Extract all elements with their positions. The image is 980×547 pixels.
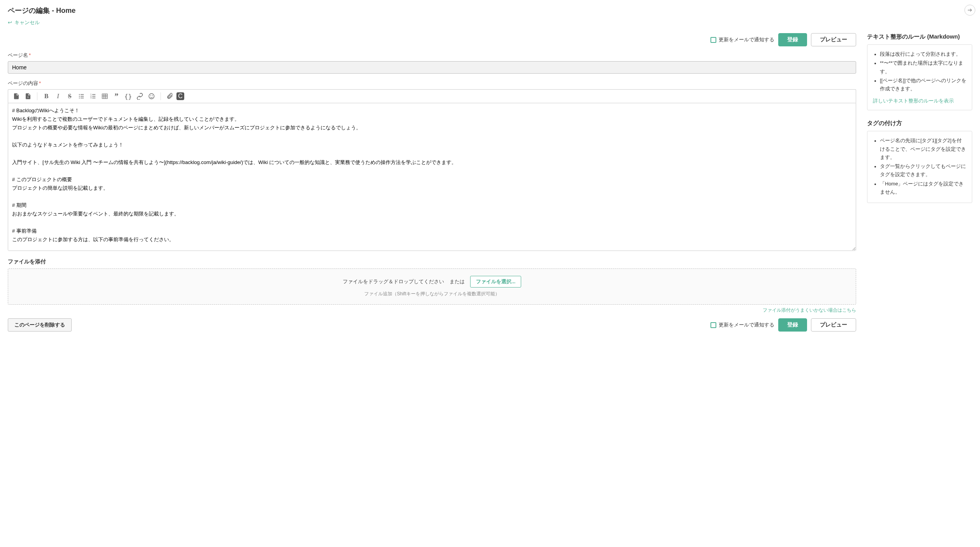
editor-toolbar: + B I S 123 ” {} [8,89,856,103]
svg-rect-13 [102,94,108,99]
page-name-input[interactable] [8,61,856,74]
delete-page-button[interactable]: このページを削除する [8,318,72,332]
rule-item: [[ページ名]]で他のページへのリンクを作成できます。 [880,77,966,94]
submit-button-top[interactable]: 登録 [778,33,807,46]
page-content-label: ページの内容* [8,80,856,87]
svg-point-18 [149,94,154,99]
preview-button-top[interactable]: プレビュー [811,33,856,46]
dropzone-or: または [449,278,465,285]
dropzone-drag-text: ファイルをドラッグ＆ドロップしてください [343,278,444,285]
rules-box: 段落は改行によって分割されます。 **〜**で囲まれた場所は太字になります。 [… [867,44,972,110]
svg-point-20 [152,95,153,96]
italic-icon[interactable]: I [53,91,63,101]
svg-rect-6 [81,98,84,99]
attach-title: ファイルを添付 [8,258,856,265]
top-action-bar: 更新をメールで通知する 登録 プレビュー [8,33,856,46]
rule-item: 段落は改行によって分割されます。 [880,50,966,58]
rules-title: テキスト整形のルール (Markdown) [867,33,972,41]
svg-point-19 [150,95,151,96]
svg-rect-10 [92,94,95,95]
svg-text:3: 3 [90,97,92,99]
number-list-icon[interactable]: 123 [88,91,98,101]
cacoo-icon[interactable]: C [176,92,184,100]
link-icon[interactable] [135,91,145,101]
svg-point-1 [79,94,80,95]
svg-rect-4 [81,94,84,95]
strike-icon[interactable]: S [65,91,75,101]
dropzone-hint: ファイル追加（Shiftキーを押しながらファイルを複数選択可能） [15,291,849,297]
quote-icon[interactable]: ” [111,91,122,101]
notify-checkbox-top[interactable]: 更新をメールで通知する [710,36,774,43]
emoji-icon[interactable] [146,91,157,101]
page-title: ページの編集 - Home [8,6,972,15]
notify-checkbox-bottom[interactable]: 更新をメールで通知する [710,321,774,328]
cancel-link[interactable]: キャンセル [14,19,40,25]
svg-point-2 [79,96,80,97]
add-doc-icon[interactable]: + [23,91,33,101]
table-icon[interactable] [100,91,110,101]
page-name-label: ページ名* [8,52,856,59]
bold-icon[interactable]: B [41,91,51,101]
page-content-textarea[interactable] [8,103,856,251]
svg-rect-12 [92,98,95,99]
checkbox-icon [710,37,716,43]
tag-item: タグ一覧からクリックしてもページにタグを設定できます。 [880,162,966,179]
rule-item: **〜**で囲まれた場所は太字になります。 [880,59,966,76]
file-dropzone[interactable]: ファイルをドラッグ＆ドロップしてください または ファイルを選択... ファイル… [8,268,856,305]
attachment-icon[interactable] [165,91,175,101]
tags-box: ページ名の先頭に[タグ1][タグ2]を付けることで、ページにタグを設定できます。… [867,131,972,203]
svg-point-3 [79,97,80,98]
svg-rect-11 [92,96,95,97]
rules-more-link[interactable]: 詳しいテキスト整形のルールを表示 [873,98,966,104]
undo-icon: ↩ [8,19,12,25]
new-doc-icon[interactable] [11,91,21,101]
tags-title: タグの付け方 [867,120,972,127]
code-icon[interactable]: {} [123,91,133,101]
bullet-list-icon[interactable] [76,91,86,101]
notify-label: 更新をメールで通知する [719,36,774,43]
tag-item: ページ名の先頭に[タグ1][タグ2]を付けることで、ページにタグを設定できます。 [880,137,966,162]
preview-button-bottom[interactable]: プレビュー [811,318,856,332]
notify-label: 更新をメールで通知する [719,321,774,328]
submit-button-bottom[interactable]: 登録 [778,318,807,332]
collapse-sidebar-button[interactable] [964,5,975,16]
tag-item: 「Home」ページにはタグを設定できません。 [880,180,966,197]
select-file-button[interactable]: ファイルを選択... [470,276,522,288]
checkbox-icon [710,322,716,328]
svg-rect-5 [81,96,84,97]
svg-text:+: + [27,95,29,99]
attach-help-link[interactable]: ファイル添付がうまくいかない場合はこちら [763,307,856,313]
